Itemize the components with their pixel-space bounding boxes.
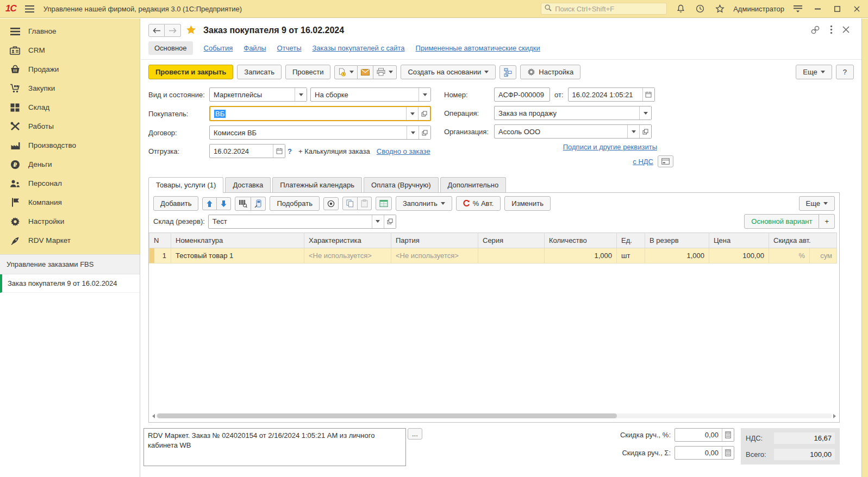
- sidebar-item-rdv-market[interactable]: RDV Маркет: [0, 231, 140, 250]
- cell-reserve[interactable]: 1,000: [645, 248, 709, 263]
- favorite-star-icon[interactable]: [185, 24, 197, 37]
- tab-tovary-uslugi[interactable]: Товары, услуги (1): [148, 177, 223, 193]
- close-form-icon[interactable]: [842, 26, 850, 35]
- cell-series[interactable]: [478, 248, 545, 263]
- navlink-fayly[interactable]: Файлы: [243, 44, 266, 52]
- chevron-down-icon[interactable]: [419, 88, 430, 101]
- calculator-icon[interactable]: [722, 447, 734, 459]
- send-email-button[interactable]: [358, 65, 373, 79]
- global-search[interactable]: [541, 3, 667, 15]
- shipment-help-icon[interactable]: ?: [288, 147, 292, 155]
- fill-button[interactable]: Заполнить: [396, 196, 452, 211]
- more-dots-icon[interactable]: [830, 25, 833, 36]
- main-variant-button[interactable]: Основной вариант: [744, 214, 819, 229]
- sidebar-item-raboty[interactable]: Работы: [0, 117, 140, 136]
- col-auto-discount[interactable]: Скидка авт.: [769, 233, 837, 248]
- cell-qty[interactable]: 1,000: [545, 248, 617, 263]
- navlink-avtoskidki[interactable]: Примененные автоматические скидки: [416, 44, 540, 52]
- open-item-icon[interactable]: [419, 126, 430, 139]
- col-reserve[interactable]: В резерв: [645, 233, 709, 248]
- contract-field[interactable]: Комиссия ВБ: [209, 125, 431, 140]
- close-window-icon[interactable]: [851, 3, 863, 14]
- col-price[interactable]: Цена: [709, 233, 769, 248]
- cell-characteristic[interactable]: <Не используется>: [304, 248, 391, 263]
- help-button[interactable]: ?: [836, 65, 854, 79]
- favorites-star-icon[interactable]: [714, 3, 726, 14]
- col-n[interactable]: N: [149, 233, 171, 248]
- get-link-icon[interactable]: [810, 25, 820, 36]
- navlink-zakazy-s-sayta[interactable]: Заказы покупателей с сайта: [313, 44, 405, 52]
- col-qty[interactable]: Количество: [545, 233, 617, 248]
- scroll-left-icon[interactable]: [152, 414, 155, 418]
- move-down-icon[interactable]: [217, 197, 231, 210]
- horizontal-scrollbar[interactable]: [152, 412, 836, 419]
- comment-expand-button[interactable]: ...: [408, 428, 422, 440]
- sidebar-item-crm[interactable]: CRM: [0, 41, 140, 60]
- calendar-icon[interactable]: [642, 88, 654, 101]
- chevron-down-icon[interactable]: [406, 107, 418, 120]
- customer-field[interactable]: ВБ: [209, 106, 431, 121]
- open-item-icon[interactable]: [384, 215, 396, 228]
- col-characteristic[interactable]: Характеристика: [304, 233, 391, 248]
- scroll-right-icon[interactable]: [833, 414, 836, 418]
- signatures-link[interactable]: Подписи и другие реквизиты: [563, 143, 657, 151]
- items-more-button[interactable]: Еще: [799, 196, 835, 211]
- data-terminal-icon[interactable]: [251, 197, 266, 211]
- navlink-sobytiya[interactable]: События: [204, 44, 233, 52]
- organization-field[interactable]: Ассоль ООО: [494, 124, 652, 139]
- save-button[interactable]: Записать: [237, 65, 282, 79]
- minimize-icon[interactable]: [811, 3, 823, 14]
- cell-price[interactable]: 100,00: [709, 248, 769, 263]
- sidebar-open-document[interactable]: Заказ покупателя 9 от 16.02.2024: [0, 274, 140, 293]
- number-field[interactable]: АСФР-000009: [494, 87, 550, 102]
- post-button[interactable]: Провести: [285, 65, 331, 79]
- manual-discount-sum-field[interactable]: 0,00: [675, 446, 734, 460]
- move-up-icon[interactable]: [202, 197, 217, 210]
- calculator-icon[interactable]: [722, 429, 734, 441]
- tab-dopolnitelno[interactable]: Дополнительно: [440, 177, 507, 192]
- shipment-date-field[interactable]: 16.02.2024: [209, 144, 285, 158]
- date-field[interactable]: 16.02.2024 1:05:21: [568, 87, 655, 102]
- cell-discount-sum[interactable]: сум: [810, 248, 837, 263]
- order-summary-link[interactable]: Сводно о заказе: [377, 147, 430, 155]
- copy-rows-icon[interactable]: [342, 197, 358, 210]
- chevron-down-icon[interactable]: [627, 125, 639, 138]
- order-state-select[interactable]: На сборке: [310, 87, 431, 102]
- cell-discount-pct[interactable]: %: [769, 248, 810, 263]
- price-type-button[interactable]: [658, 155, 673, 167]
- chevron-down-icon[interactable]: [407, 126, 419, 139]
- create-based-on-button[interactable]: Создать на основании: [401, 65, 496, 79]
- chevron-down-icon[interactable]: [639, 106, 651, 120]
- post-and-close-button[interactable]: Провести и закрыть: [148, 65, 233, 79]
- sidebar-item-zakupki[interactable]: Закупки: [0, 79, 140, 98]
- warehouse-select[interactable]: Тест: [208, 215, 396, 229]
- open-item-icon[interactable]: [418, 107, 430, 120]
- sidebar-section-fbs[interactable]: Управление заказами FBS: [0, 254, 140, 274]
- open-item-icon[interactable]: [639, 125, 651, 138]
- add-variant-button[interactable]: +: [819, 214, 835, 229]
- history-clock-icon[interactable]: [694, 3, 706, 14]
- view-mode-eye-icon[interactable]: [323, 197, 339, 210]
- print-button[interactable]: [373, 65, 397, 79]
- auto-discount-button[interactable]: % Авт.: [456, 196, 501, 211]
- scrollbar-thumb[interactable]: [157, 413, 617, 418]
- manual-discount-pct-field[interactable]: 0,00: [675, 428, 734, 442]
- order-kind-select[interactable]: Маркетплейсы: [209, 87, 307, 102]
- sidebar-item-kompaniya[interactable]: Компания: [0, 193, 140, 212]
- col-unit[interactable]: Ед.: [617, 233, 645, 248]
- table-row[interactable]: 1 Тестовый товар 1 <Не используется> <Не…: [149, 248, 837, 263]
- cell-unit[interactable]: шт: [617, 248, 645, 263]
- order-calculation-toggle[interactable]: + Калькуляция заказа: [298, 147, 370, 155]
- fill-table-icon[interactable]: [376, 197, 392, 210]
- chevron-down-icon[interactable]: [295, 88, 307, 101]
- service-menu-icon[interactable]: [792, 3, 804, 14]
- col-series[interactable]: Серия: [478, 233, 545, 248]
- sidebar-item-nastroyki[interactable]: Настройки: [0, 212, 140, 231]
- chevron-down-icon[interactable]: [372, 215, 384, 228]
- sidebar-item-prodazhi[interactable]: Продажи: [0, 60, 140, 79]
- sidebar-item-glavnoe[interactable]: Главное: [0, 22, 140, 41]
- notifications-bell-icon[interactable]: [675, 3, 686, 14]
- comment-field[interactable]: RDV Маркет. Заказ № 024020154 от 2/16/20…: [143, 428, 406, 466]
- search-input[interactable]: [555, 5, 663, 13]
- maximize-icon[interactable]: [831, 3, 843, 14]
